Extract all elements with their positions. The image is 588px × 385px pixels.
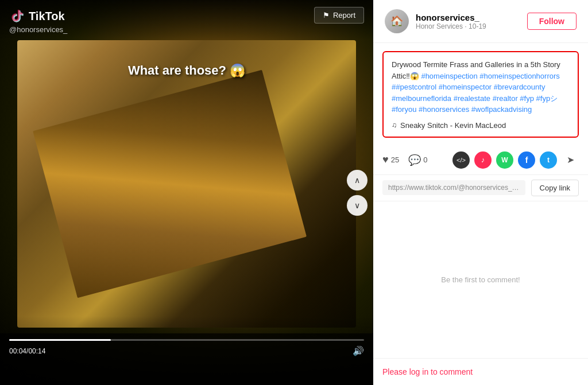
heart-icon: ♥ [382, 154, 389, 166]
like-count: 25 [391, 155, 399, 164]
login-comment-section: Please log in to comment [373, 358, 588, 385]
nav-arrows: ∧ ∨ [347, 170, 368, 216]
profile-section: 🏠 honorservices_ Honor Services · 10-19 … [373, 0, 588, 43]
hashtag-realtor[interactable]: #realtor [493, 94, 518, 103]
right-panel: 🏠 honorservices_ Honor Services · 10-19 … [373, 0, 588, 385]
share-tiktok-button[interactable]: ♪ [474, 151, 492, 169]
share-twitter-button[interactable]: t [540, 151, 557, 169]
video-controls: 00:04/00:14 🔊 [0, 333, 373, 385]
video-caption: What are those? 😱 [0, 63, 373, 78]
chevron-down-icon: ∨ [354, 201, 360, 210]
volume-icon[interactable]: 🔊 [353, 345, 364, 356]
nav-up-button[interactable]: ∧ [347, 170, 368, 190]
controls-row: 00:04/00:14 🔊 [9, 345, 364, 356]
profile-info: honorservices_ Honor Services · 10-19 [416, 13, 520, 30]
comment-button[interactable]: 💬 0 [408, 154, 427, 166]
chevron-up-icon: ∧ [354, 176, 360, 185]
hashtag-fypシ[interactable]: #fypシ [536, 94, 558, 103]
action-row: ♥ 25 💬 0 </> ♪ W f t ➤ [373, 146, 588, 175]
video-wood-detail [33, 70, 307, 298]
hashtag-homeinspectionhorrors[interactable]: #homeinspectionhorrors [479, 72, 559, 80]
tiktok-share-icon: ♪ [481, 155, 485, 164]
share-forward-button[interactable]: ➤ [562, 151, 579, 169]
hashtag-melbourneflorida[interactable]: #melbourneflorida [392, 94, 451, 103]
copy-link-row: https://www.tiktok.com/@honorservices_/v… [373, 175, 588, 201]
hashtag-fyp[interactable]: #fyp [520, 94, 534, 103]
share-whatsapp-button[interactable]: W [496, 151, 513, 169]
copy-link-button[interactable]: Copy link [531, 180, 579, 196]
profile-username[interactable]: honorservices_ [416, 13, 520, 22]
progress-fill [9, 339, 111, 341]
avatar-emoji: 🏠 [390, 15, 403, 28]
avatar: 🏠 [385, 9, 409, 33]
twitter-icon: t [547, 156, 550, 164]
hashtag-foryou[interactable]: #foryou [392, 105, 416, 114]
music-icon: ♫ [392, 121, 397, 129]
description-section: Drywood Termite Frass and Galleries in a… [382, 51, 579, 138]
current-time: 00:04 [9, 347, 26, 355]
no-comments-label: Be the first to comment! [441, 275, 520, 284]
like-button[interactable]: ♥ 25 [382, 154, 399, 166]
embed-icon: </> [457, 157, 466, 164]
video-panel: TikTok @honorservices_ ⚑ Report What are… [0, 0, 373, 385]
share-facebook-button[interactable]: f [518, 151, 535, 169]
total-time: 00:14 [28, 347, 45, 355]
follow-button[interactable]: Follow [527, 13, 577, 30]
embed-button[interactable]: </> [452, 151, 470, 169]
whatsapp-icon: W [501, 156, 508, 164]
hashtag-homeinspection[interactable]: #homeinspection [421, 72, 477, 80]
time-display: 00:04/00:14 [9, 347, 45, 355]
comment-icon: 💬 [408, 154, 421, 166]
comments-area: Be the first to comment! [373, 201, 588, 359]
tiktok-icon [9, 8, 25, 24]
hashtag-pestcontrol[interactable]: ##pestcontrol [392, 83, 436, 91]
comment-count: 0 [423, 155, 427, 164]
share-icons: </> ♪ W f t ➤ [452, 151, 579, 169]
report-button[interactable]: ⚑ Report [314, 7, 364, 24]
flag-icon: ⚑ [323, 11, 330, 20]
description-text: Drywood Termite Frass and Galleries in a… [392, 59, 570, 115]
profile-subtitle: Honor Services · 10-19 [416, 22, 520, 30]
login-to-comment-button[interactable]: Please log in to comment [382, 367, 473, 376]
video-content [17, 40, 356, 328]
tiktok-logo[interactable]: TikTok [9, 8, 65, 24]
report-label: Report [333, 11, 355, 20]
link-url: https://www.tiktok.com/@honorservices_/v… [382, 180, 525, 195]
hashtag-woflpackadvising[interactable]: #woflpackadvising [471, 105, 532, 114]
tiktok-username: @honorservices_ [9, 25, 67, 34]
tiktok-header: TikTok [9, 8, 65, 24]
music-line: ♫ Sneaky Snitch - Kevin MacLeod [392, 121, 570, 130]
hashtag-realestate[interactable]: #realestate [454, 94, 490, 103]
forward-icon: ➤ [567, 154, 574, 165]
hashtag-brevardcounty[interactable]: #brevardcounty [494, 83, 546, 91]
tiktok-brand-name: TikTok [29, 10, 65, 23]
nav-down-button[interactable]: ∨ [347, 195, 368, 216]
hashtag-homeinspector[interactable]: #homeinspector [439, 83, 492, 91]
progress-bar[interactable] [9, 339, 364, 341]
hashtag-honorservices[interactable]: #honorservices [419, 105, 469, 114]
facebook-icon: f [525, 155, 528, 165]
music-name[interactable]: Sneaky Snitch - Kevin MacLeod [400, 121, 506, 130]
